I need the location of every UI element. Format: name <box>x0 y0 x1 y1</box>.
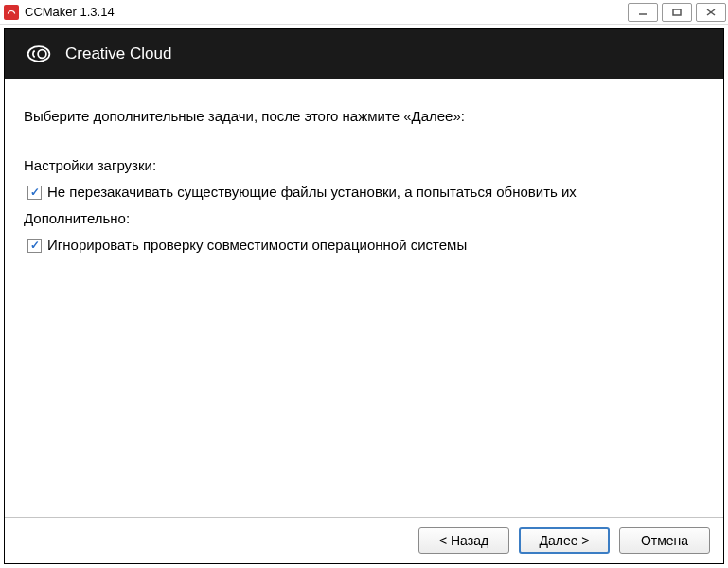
window-title: CCMaker 1.3.14 <box>25 5 115 19</box>
app-icon <box>4 5 19 20</box>
maximize-button[interactable] <box>662 3 692 22</box>
checkbox-reuse-files[interactable] <box>27 186 42 200</box>
titlebar: CCMaker 1.3.14 <box>0 0 728 25</box>
next-button[interactable]: Далее > <box>519 527 610 554</box>
checkbox-ignore-compat-label: Игнорировать проверку совместимости опер… <box>47 234 467 257</box>
checkbox-reuse-files-label: Не перезакачивать существующие файлы уст… <box>47 181 577 204</box>
header-title: Creative Cloud <box>65 44 171 63</box>
cancel-button[interactable]: Отмена <box>619 527 710 554</box>
footer: < Назад Далее > Отмена <box>5 517 723 563</box>
checkbox-row-ignore-compat: Игнорировать проверку совместимости опер… <box>27 234 710 257</box>
minimize-button[interactable] <box>628 3 658 22</box>
close-button[interactable] <box>696 3 726 22</box>
back-button[interactable]: < Назад <box>418 527 509 554</box>
checkbox-ignore-compat[interactable] <box>27 239 42 253</box>
titlebar-left: CCMaker 1.3.14 <box>4 5 115 20</box>
instruction-text: Выберите дополнительные задачи, после эт… <box>24 105 710 128</box>
svg-rect-1 <box>673 9 681 15</box>
checkbox-row-reuse-files: Не перезакачивать существующие файлы уст… <box>27 181 710 204</box>
main-content: Выберите дополнительные задачи, после эт… <box>5 79 723 517</box>
additional-section-label: Дополнительно: <box>24 207 710 230</box>
creative-cloud-icon <box>26 41 52 67</box>
window-controls <box>628 3 728 22</box>
content-wrapper: Creative Cloud Выберите дополнительные з… <box>4 28 724 564</box>
header-banner: Creative Cloud <box>5 29 723 79</box>
download-section-label: Настройки загрузки: <box>24 154 710 177</box>
svg-point-5 <box>38 50 46 59</box>
